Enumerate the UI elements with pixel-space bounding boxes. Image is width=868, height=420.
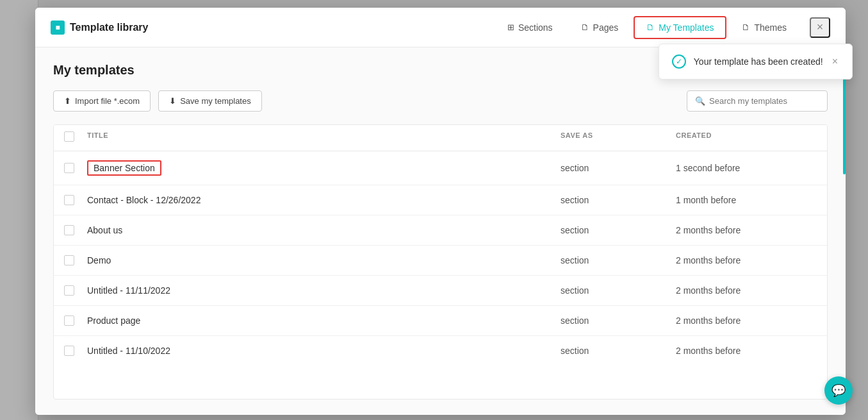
table-rows: Banner Section section 1 second before C… (54, 151, 827, 365)
row-title-text: Product page (87, 315, 140, 326)
row-title-cell: Untitled - 11/10/2022 (87, 345, 561, 357)
import-button[interactable]: ⬆ Import file *.ecom (53, 90, 151, 112)
search-input[interactable] (709, 96, 819, 106)
row-title-cell: Demo (87, 255, 561, 266)
themes-icon: 🗋 (742, 22, 750, 32)
search-icon: 🔍 (695, 96, 705, 106)
row-title-cell: Banner Section (87, 160, 561, 176)
row-title-cell: About us (87, 224, 561, 236)
col-created: CREATED (676, 131, 817, 144)
row-created: 2 months before (676, 346, 817, 356)
tab-pages-label: Pages (593, 22, 619, 33)
logo-icon: ■ (51, 21, 65, 35)
table-row[interactable]: About us section 2 months before (54, 215, 827, 246)
row-title-cell: Product page (87, 315, 561, 326)
import-icon: ⬆ (64, 96, 71, 106)
save-label: Save my templates (180, 96, 251, 106)
row-checkbox[interactable] (64, 225, 74, 235)
row-save-as: section (561, 285, 676, 296)
my-templates-icon: 🗋 (646, 22, 655, 32)
search-box[interactable]: 🔍 (687, 90, 828, 112)
save-templates-button[interactable]: ⬇ Save my templates (158, 90, 262, 112)
row-created: 1 month before (676, 195, 817, 205)
templates-table: TITLE SAVE AS CREATED Banner Section sec… (53, 124, 828, 399)
save-icon: ⬇ (169, 96, 176, 106)
row-checkbox[interactable] (64, 346, 74, 356)
tab-themes[interactable]: 🗋 Themes (729, 16, 799, 39)
toolbar: ⬆ Import file *.ecom ⬇ Save my templates… (53, 90, 828, 112)
row-save-as: section (561, 195, 676, 205)
logo-area: ■ Template library (51, 21, 148, 35)
row-created: 2 months before (676, 285, 817, 296)
row-title-cell: Contact - Block - 12/26/2022 (87, 194, 561, 206)
row-title-text: Demo (87, 255, 111, 265)
row-title-text: Untitled - 11/11/2022 (87, 285, 170, 296)
row-title-cell: Untitled - 11/11/2022 (87, 285, 561, 296)
nav-tabs: ⊞ Sections 🗋 Pages 🗋 My Templates 🗋 Them… (495, 16, 799, 39)
table-row[interactable]: Product page section 2 months before (54, 306, 827, 336)
import-label: Import file *.ecom (75, 96, 140, 106)
row-created: 2 months before (676, 255, 817, 265)
table-row[interactable]: Untitled - 11/10/2022 section 2 months b… (54, 336, 827, 365)
toast-success-icon: ✓ (672, 55, 686, 69)
table-header: TITLE SAVE AS CREATED (54, 125, 827, 151)
row-title-text: Contact - Block - 12/26/2022 (87, 195, 201, 205)
col-save-as: SAVE AS (561, 131, 676, 144)
modal-close-button[interactable]: × (810, 17, 830, 38)
tab-sections[interactable]: ⊞ Sections (495, 16, 566, 39)
row-created: 1 second before (676, 163, 817, 173)
tab-sections-label: Sections (518, 22, 553, 33)
row-checkbox[interactable] (64, 315, 74, 326)
select-all-checkbox[interactable] (64, 131, 74, 142)
toast-notification: ✓ Your template has been created! × (659, 44, 853, 80)
table-row[interactable]: Contact - Block - 12/26/2022 section 1 m… (54, 185, 827, 215)
tab-pages[interactable]: 🗋 Pages (568, 16, 632, 39)
tab-themes-label: Themes (754, 22, 787, 33)
row-checkbox[interactable] (64, 285, 74, 296)
toast-close-button[interactable]: × (831, 55, 839, 69)
row-created: 2 months before (676, 225, 817, 235)
row-save-as: section (561, 255, 676, 265)
row-save-as: section (561, 225, 676, 235)
row-title-text: Untitled - 11/10/2022 (87, 346, 170, 356)
col-title: TITLE (87, 131, 561, 144)
row-created: 2 months before (676, 315, 817, 326)
table-row[interactable]: Banner Section section 1 second before (54, 151, 827, 185)
pages-icon: 🗋 (581, 22, 589, 32)
table-row[interactable]: Demo section 2 months before (54, 246, 827, 276)
toast-message: Your template has been created! (694, 56, 823, 67)
table-row[interactable]: Untitled - 11/11/2022 section 2 months b… (54, 276, 827, 306)
modal-body: My templates ⬆ Import file *.ecom ⬇ Save… (35, 47, 846, 415)
row-checkbox[interactable] (64, 255, 74, 265)
chat-button[interactable]: 💬 (824, 376, 853, 405)
tab-my-templates[interactable]: 🗋 My Templates (634, 16, 726, 39)
row-save-as: section (561, 315, 676, 326)
row-title-text: About us (87, 225, 122, 235)
row-checkbox[interactable] (64, 163, 74, 173)
row-save-as: section (561, 163, 676, 173)
row-title-text: Banner Section (87, 160, 161, 176)
row-save-as: section (561, 346, 676, 356)
row-checkbox[interactable] (64, 195, 74, 205)
chat-icon: 💬 (831, 383, 846, 398)
modal-header: ■ Template library ⊞ Sections 🗋 Pages 🗋 … (35, 8, 846, 47)
sections-icon: ⊞ (507, 22, 514, 32)
modal-title: Template library (70, 22, 148, 33)
tab-my-templates-label: My Templates (659, 22, 714, 33)
header-checkbox-col (64, 131, 87, 144)
